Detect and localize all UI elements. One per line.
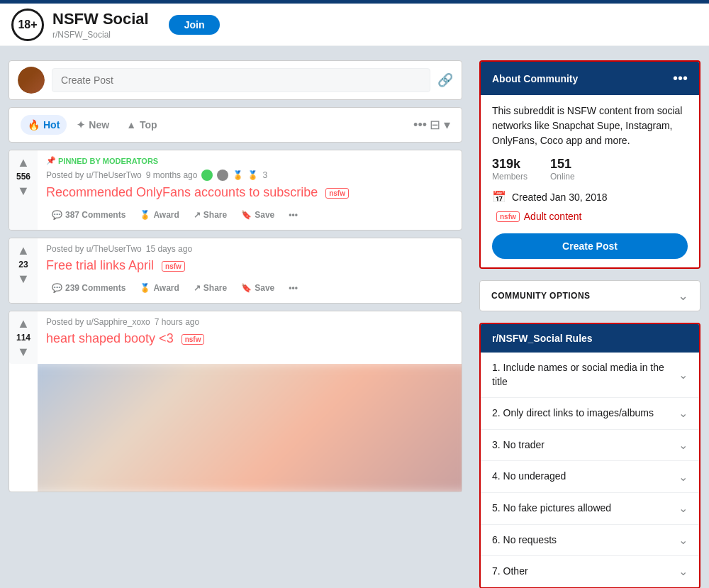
online-label: Online bbox=[550, 172, 575, 182]
rules-card: r/NSFW_Social Rules 1. Include names or … bbox=[479, 323, 700, 588]
pin-icon: 📌 bbox=[46, 156, 56, 165]
more-icon-2: ••• bbox=[289, 283, 298, 293]
online-count: 151 bbox=[550, 157, 575, 172]
upvote-3[interactable]: ▲ bbox=[17, 317, 30, 330]
rule-item-7[interactable]: 7. Other ⌄ bbox=[481, 556, 699, 587]
hot-label: Hot bbox=[43, 119, 60, 131]
hot-sort-button[interactable]: 🔥 Hot bbox=[21, 115, 67, 135]
about-dots-button[interactable]: ••• bbox=[673, 70, 688, 87]
upvote-2[interactable]: ▲ bbox=[17, 244, 30, 257]
new-icon: ✦ bbox=[77, 119, 85, 131]
members-count: 319k bbox=[492, 157, 527, 172]
save-label-2: Save bbox=[255, 283, 274, 293]
rule-chevron-1: ⌄ bbox=[679, 368, 688, 382]
view-toggle[interactable]: ⊟ ▾ bbox=[430, 117, 450, 133]
link-icon[interactable]: 🔗 bbox=[437, 72, 453, 88]
post-title-1[interactable]: Recommended OnlyFans accounts to subscri… bbox=[46, 185, 453, 200]
community-info: NSFW Social r/NSFW_Social bbox=[52, 10, 149, 40]
save-icon-2: 🔖 bbox=[241, 283, 252, 293]
new-sort-button[interactable]: ✦ New bbox=[69, 115, 116, 135]
rule-chevron-5: ⌄ bbox=[679, 501, 688, 515]
comment-icon-2: 💬 bbox=[52, 283, 62, 293]
comments-count-2: 239 Comments bbox=[65, 283, 125, 293]
share-label-1: Share bbox=[203, 210, 227, 220]
post-title-2[interactable]: Free trial links April nsfw bbox=[46, 258, 453, 273]
options-chevron: ⌄ bbox=[678, 288, 688, 304]
more-btn-2[interactable]: ••• bbox=[283, 279, 303, 297]
downvote-2[interactable]: ▼ bbox=[17, 272, 30, 285]
status-icon-green bbox=[201, 170, 213, 181]
rule-text-7: 7. Other bbox=[492, 565, 528, 579]
avatar-image bbox=[18, 67, 45, 94]
pinned-badge: 📌 PINNED BY MODERATORS bbox=[46, 156, 158, 165]
upvote-1[interactable]: ▲ bbox=[17, 156, 30, 169]
sort-more-button[interactable]: ••• bbox=[413, 118, 427, 133]
post-meta-1: 📌 PINNED BY MODERATORS bbox=[46, 156, 453, 165]
nsfw-tag-1: nsfw bbox=[325, 188, 349, 199]
downvote-3[interactable]: ▼ bbox=[17, 345, 30, 358]
rules-body: 1. Include names or social media in the … bbox=[481, 353, 699, 587]
share-btn-1[interactable]: ↗ Share bbox=[188, 206, 233, 224]
rule-item-6[interactable]: 6. No requests ⌄ bbox=[481, 525, 699, 557]
join-button[interactable]: Join bbox=[169, 15, 220, 35]
award-icon-btn-2: 🏅 bbox=[140, 283, 150, 293]
create-post-input[interactable] bbox=[52, 68, 430, 92]
award-btn-2[interactable]: 🏅 Award bbox=[134, 279, 184, 297]
about-community-card: About Community ••• This subreddit is NS… bbox=[479, 60, 700, 269]
post-actions-2: 💬 239 Comments 🏅 Award ↗ Share 🔖 Save bbox=[46, 279, 453, 297]
rules-header: r/NSFW_Social Rules bbox=[481, 324, 699, 353]
share-btn-2[interactable]: ↗ Share bbox=[188, 279, 233, 297]
community-options-card[interactable]: COMMUNITY OPTIONS ⌄ bbox=[479, 280, 700, 311]
award-btn-1[interactable]: 🏅 Award bbox=[134, 206, 184, 224]
vote-count-1: 556 bbox=[16, 172, 30, 182]
members-label: Members bbox=[492, 172, 527, 182]
rule-item-4[interactable]: 4. No underaged ⌄ bbox=[481, 461, 699, 493]
community-name: NSFW Social bbox=[52, 10, 149, 28]
top-sort-button[interactable]: ▲ Top bbox=[119, 115, 164, 135]
rule-item-5[interactable]: 5. No fake pictures allowed ⌄ bbox=[481, 493, 699, 525]
comments-btn-1[interactable]: 💬 387 Comments bbox=[46, 206, 131, 224]
create-post-button[interactable]: Create Post bbox=[492, 233, 688, 259]
about-header: About Community ••• bbox=[481, 62, 699, 95]
save-btn-1[interactable]: 🔖 Save bbox=[235, 206, 280, 224]
rule-item-1[interactable]: 1. Include names or social media in the … bbox=[481, 353, 699, 398]
save-btn-2[interactable]: 🔖 Save bbox=[235, 279, 280, 297]
posted-by-3: Posted by u/Sapphire_xoxo bbox=[46, 317, 150, 327]
members-stat: 319k Members bbox=[492, 157, 527, 182]
blurred-image bbox=[38, 364, 462, 492]
rule-text-2: 2. Only direct links to images/albums bbox=[492, 406, 654, 421]
user-avatar bbox=[18, 67, 45, 94]
rule-item-2[interactable]: 2. Only direct links to images/albums ⌄ bbox=[481, 398, 699, 430]
vote-column-3: ▲ 114 ▼ bbox=[9, 311, 38, 364]
rule-chevron-3: ⌄ bbox=[679, 438, 688, 452]
award-icon-btn-1: 🏅 bbox=[140, 210, 150, 220]
about-description: This subreddit is NSFW content from soci… bbox=[492, 104, 688, 148]
top-label: Top bbox=[140, 119, 157, 131]
downvote-1[interactable]: ▼ bbox=[17, 184, 30, 197]
top-icon: ▲ bbox=[126, 119, 136, 131]
rule-item-3[interactable]: 3. No trader ⌄ bbox=[481, 430, 699, 462]
comments-btn-2[interactable]: 💬 239 Comments bbox=[46, 279, 131, 297]
post-meta-author-1: Posted by u/TheUserTwo 9 months ago 🏅 🏅 … bbox=[46, 170, 453, 181]
create-post-box: 🔗 bbox=[9, 60, 462, 100]
top-bar: 18+ NSFW Social r/NSFW_Social Join bbox=[0, 4, 709, 46]
sort-bar: 🔥 Hot ✦ New ▲ Top ••• ⊟ ▾ bbox=[9, 107, 462, 143]
created-date: Created Jan 30, 2018 bbox=[512, 192, 608, 203]
rule-text-5: 5. No fake pictures allowed bbox=[492, 501, 611, 516]
calendar-icon: 📅 bbox=[492, 190, 506, 204]
posted-by-2: Posted by u/TheUserTwo bbox=[46, 244, 142, 254]
post-image-3 bbox=[38, 364, 462, 492]
subreddit-handle: r/NSFW_Social bbox=[52, 30, 149, 40]
rule-chevron-7: ⌄ bbox=[679, 565, 688, 578]
status-icon-lock bbox=[217, 170, 228, 181]
about-created: 📅 Created Jan 30, 2018 bbox=[492, 190, 688, 204]
age-badge: 18+ bbox=[11, 9, 44, 41]
award-icon-1: 🏅 bbox=[233, 170, 243, 180]
more-btn-1[interactable]: ••• bbox=[283, 206, 303, 224]
time-ago-2: 15 days ago bbox=[146, 244, 192, 254]
comments-count-1: 387 Comments bbox=[65, 210, 125, 220]
posted-by-1: Posted by u/TheUserTwo bbox=[46, 170, 142, 180]
post-title-3[interactable]: heart shaped booty <3 nsfw bbox=[46, 331, 453, 346]
post-body-3: Posted by u/Sapphire_xoxo 7 hours ago he… bbox=[38, 311, 462, 364]
sort-dots-icon: ••• bbox=[413, 118, 427, 133]
